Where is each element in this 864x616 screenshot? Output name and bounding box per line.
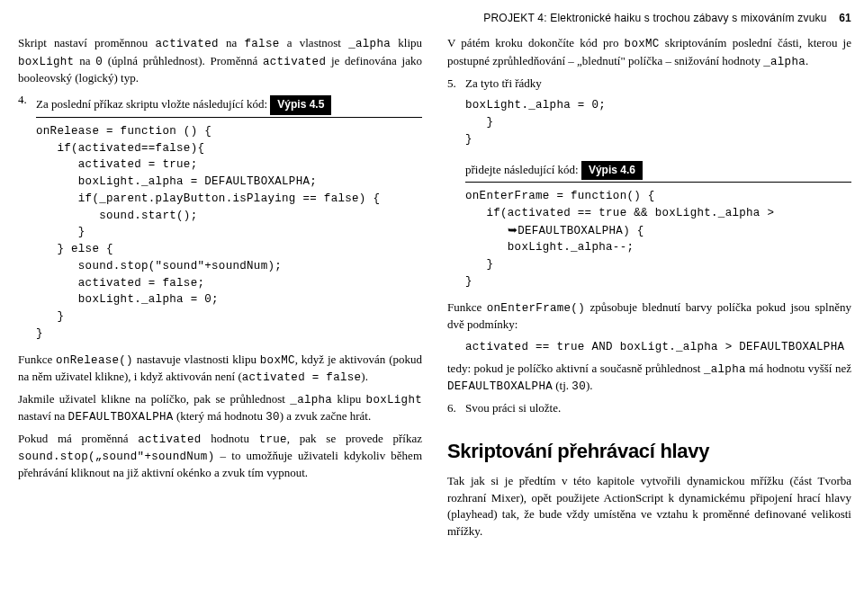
- code-listing: onRelease = function () { if(activated==…: [36, 123, 422, 343]
- code-snippet: boxLight._alpha = 0; } }: [465, 97, 851, 147]
- listing-rule: [465, 182, 851, 183]
- paragraph: Funkce onRelease() nastavuje vlastnosti …: [18, 352, 422, 386]
- section-heading: Skriptování přehrávací hlavy: [447, 437, 851, 466]
- running-title: PROJEKT 4: Elektronické haiku s trochou …: [483, 12, 826, 24]
- paragraph: Pokud má proměnná activated hodnotu true…: [18, 431, 422, 482]
- paragraph: tedy: pokud je políčko aktivní a současn…: [447, 361, 851, 395]
- paragraph: Skript nastaví proměnnou activated na fa…: [18, 35, 422, 86]
- step-4: 4. Za poslední příkaz skriptu vložte nás…: [18, 92, 422, 342]
- step-5: 5. Za tyto tři řádky boxLight._alpha = 0…: [447, 76, 851, 290]
- listing-rule: [36, 117, 422, 118]
- listing-label: Výpis 4.6: [581, 161, 643, 180]
- listing-label: Výpis 4.5: [270, 95, 331, 114]
- paragraph: Jakmile uživatel klikne na políčko, pak …: [18, 391, 422, 425]
- paragraph: Tak jak si je předtím v této kapitole vy…: [447, 473, 851, 540]
- left-column: Skript nastaví proměnnou activated na fa…: [18, 35, 422, 546]
- paragraph: V pátém kroku dokončíte kód pro boxMC sk…: [447, 35, 851, 69]
- running-header: PROJEKT 4: Elektronické haiku s trochou …: [18, 11, 851, 26]
- two-column-layout: Skript nastaví proměnnou activated na fa…: [18, 35, 851, 546]
- code-listing: onEnterFrame = function() { if(activated…: [465, 188, 851, 290]
- right-column: V pátém kroku dokončíte kód pro boxMC sk…: [447, 35, 851, 546]
- page-number: 61: [839, 12, 851, 24]
- line-continuation-icon: ➥: [508, 224, 518, 237]
- paragraph: Funkce onEnterFrame() způsobuje blednutí…: [447, 299, 851, 334]
- step-6: 6. Svou práci si uložte.: [447, 400, 851, 417]
- code-line: activated == true AND boxLigt._alpha > D…: [447, 339, 851, 355]
